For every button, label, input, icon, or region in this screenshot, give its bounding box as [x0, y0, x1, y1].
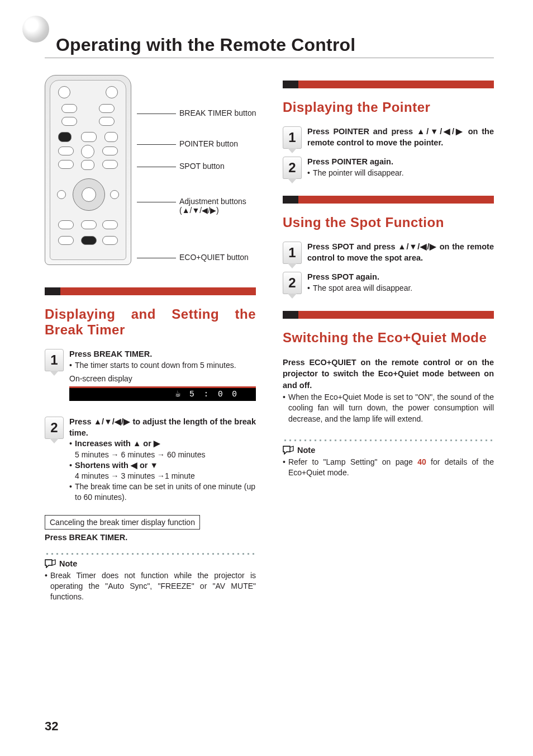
section-bar	[283, 81, 494, 88]
text: BREAK TIMER	[94, 349, 150, 358]
pointer-step-2: 2 Press POINTER again. The pointer will …	[283, 157, 494, 179]
note-icon	[45, 559, 56, 568]
text: Press	[307, 157, 332, 166]
section-bar	[283, 196, 494, 204]
step2-increase-detail: 5 minutes → 6 minutes → 60 minutes	[75, 450, 256, 460]
coffee-cup-icon: ☕	[175, 389, 180, 401]
remote-callouts: BREAK TIMER button POINTER button SPOT b…	[137, 75, 256, 265]
step2-shorten-label: Shortens with ◀ or ▼	[75, 461, 158, 470]
section-bar	[283, 311, 494, 319]
note-heading: Note	[45, 559, 256, 568]
callout-pointer: POINTER button	[179, 139, 238, 148]
remote-control-illustration	[45, 75, 131, 265]
text: ECO+QUIET	[309, 358, 356, 367]
callout-adjustment: Adjustment buttons	[179, 197, 246, 206]
osd-time: 5 : 0 0	[189, 389, 239, 400]
page-number: 32	[45, 719, 58, 734]
step-badge-1: 1	[45, 349, 64, 371]
note-text-left: Break Timer does not function while the …	[45, 570, 256, 602]
text: .	[150, 349, 152, 358]
step-1: 1 Press BREAK TIMER. The timer starts to…	[45, 349, 256, 409]
note-icon	[283, 446, 294, 455]
page-title: Operating with the Remote Control	[56, 35, 494, 55]
spot-step-1: 1 Press SPOT and press ▲/▼/◀/▶ on the re…	[283, 242, 494, 264]
text: Press	[69, 349, 94, 358]
spot-step-2: 2 Press SPOT again. The spot area will d…	[283, 272, 494, 294]
step-badge-1: 1	[283, 126, 302, 149]
osd-label: On-screen display	[69, 374, 256, 384]
step-badge-2: 2	[45, 417, 64, 439]
step2-main: Press ▲/▼/◀/▶ to adjust the length of th…	[69, 417, 256, 438]
text: Press	[45, 533, 69, 542]
step-2: 2 Press ▲/▼/◀/▶ to adjust the length of …	[45, 417, 256, 503]
text: Press	[283, 358, 309, 367]
text: .	[125, 533, 127, 542]
step2-shorten-detail: 4 minutes → 3 minutes →1 minute	[75, 471, 256, 481]
step-badge-2: 2	[283, 157, 302, 179]
heading-eco: Switching the Eco+Quiet Mode	[283, 330, 494, 346]
pointer-step2-sub: The pointer will disappear.	[307, 168, 494, 178]
ornament-circle	[22, 16, 49, 42]
note-label: Note	[297, 446, 315, 455]
cancel-box: Canceling the break timer display functi…	[45, 515, 200, 530]
spot-step2-sub: The spot area will disappear.	[307, 283, 494, 294]
callout-spot: SPOT button	[179, 162, 225, 171]
heading-spot: Using the Spot Function	[283, 215, 494, 230]
callout-break-timer: BREAK TIMER button	[179, 108, 256, 117]
text: SPOT	[332, 242, 354, 251]
note-label: Note	[59, 559, 77, 568]
step-badge-2: 2	[283, 272, 302, 294]
note-text-right: Refer to "Lamp Setting" on page 40 for d…	[283, 457, 494, 478]
text: POINTER	[333, 127, 369, 136]
text: Press	[307, 272, 332, 281]
section-bar	[45, 287, 256, 295]
callout-adjustment-arrows: (▲/▼/◀/▶)	[179, 206, 246, 215]
text: Press	[307, 127, 333, 136]
text: again.	[368, 157, 393, 166]
text: again.	[354, 272, 379, 281]
text: BREAK TIMER	[69, 533, 126, 542]
text: SPOT	[332, 272, 354, 281]
pointer-step-1: 1 Press POINTER and press ▲/▼/◀/▶ on the…	[283, 126, 494, 149]
note-separator	[45, 552, 256, 556]
eco-sub: •When the Eco+Quiet Mode is set to "ON",…	[283, 392, 494, 425]
step2-increase-label: Increases with ▲ or ▶	[75, 439, 160, 448]
step-badge-1: 1	[283, 242, 302, 264]
heading-break-timer: Displaying and Setting the Break Timer	[45, 306, 256, 338]
note-separator	[283, 438, 494, 442]
note-heading: Note	[283, 446, 494, 455]
step1-sub: The timer starts to count down from 5 mi…	[69, 360, 256, 371]
step2-note: The break time can be set in units of on…	[69, 481, 256, 503]
osd-display: ☕ 5 : 0 0	[69, 386, 256, 401]
callout-eco-quiet: ECO+QUIET button	[179, 253, 249, 262]
title-underline	[45, 58, 494, 58]
heading-pointer: Displaying the Pointer	[283, 100, 494, 115]
text: POINTER	[332, 157, 368, 166]
text: Press	[307, 242, 332, 251]
